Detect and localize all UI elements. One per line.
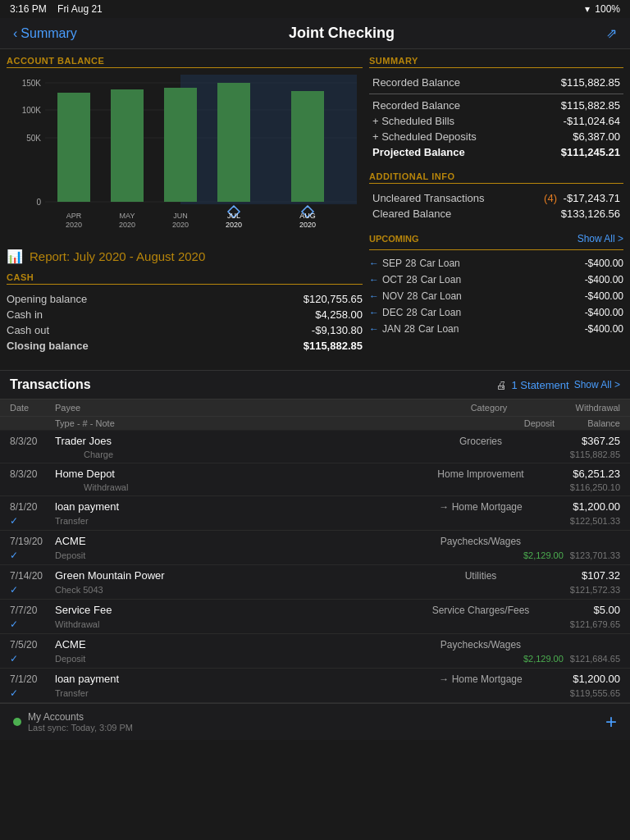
table-row[interactable]: 7/1/20 loan payment → Home Mortgage $1,2… bbox=[0, 669, 630, 703]
upcoming-day-4: 28 bbox=[404, 323, 415, 335]
cash-row-in: Cash in $4,258.00 bbox=[7, 307, 363, 322]
report-label: Report: July 2020 - August 2020 bbox=[30, 249, 205, 263]
chart-icon: 📊 bbox=[7, 249, 23, 264]
txn-deposit-val-6: $2,129.00 bbox=[523, 654, 564, 664]
summary-label-6: Projected Balance bbox=[372, 146, 465, 158]
upcoming-payee-3: Car Loan bbox=[421, 307, 461, 318]
txn-withdrawal-2: $1,200.00 bbox=[546, 500, 620, 513]
svg-text:2020: 2020 bbox=[226, 221, 242, 229]
uncleared-label: Uncleared Transactions bbox=[372, 192, 485, 204]
chart-section: ACCOUNT BALANCE 150K 100K 50K 0 bbox=[7, 56, 363, 239]
svg-text:AUG: AUG bbox=[299, 212, 316, 220]
upcoming-day-0: 28 bbox=[405, 258, 416, 269]
upcoming-amount-0: -$400.00 bbox=[585, 258, 623, 269]
txn-category-1: Home Improvement bbox=[415, 468, 546, 480]
upcoming-section: UPCOMING Show All > ← SEP 28 Car Loan -$… bbox=[369, 233, 623, 337]
sync-info: My Accounts Last sync: Today, 3:09 PM bbox=[13, 711, 133, 733]
svg-text:2020: 2020 bbox=[172, 221, 189, 229]
col-deposit: Deposit bbox=[489, 418, 555, 428]
upcoming-month-1: OCT bbox=[382, 274, 403, 285]
back-button[interactable]: ‹ Summary bbox=[13, 26, 77, 41]
upcoming-month-2: NOV bbox=[382, 290, 404, 302]
cash-row-opening: Opening balance $120,755.65 bbox=[7, 291, 363, 307]
txn-category-0: Groceries bbox=[415, 436, 546, 447]
upcoming-arrow-1: ← bbox=[369, 274, 379, 285]
txn-balance-2: $122,501.33 bbox=[570, 516, 620, 526]
statement-label[interactable]: 1 Statement bbox=[512, 379, 569, 391]
col-balance: Balance bbox=[555, 418, 620, 428]
table-row[interactable]: 7/19/20 ACME Paychecks/Wages ✓ Deposit $… bbox=[0, 531, 630, 565]
back-label: Summary bbox=[21, 26, 76, 41]
txn-deposit-val-3: $2,129.00 bbox=[523, 550, 564, 560]
uncleared-row: Uncleared Transactions (4) -$17,243.71 bbox=[369, 190, 623, 206]
svg-rect-13 bbox=[291, 91, 324, 202]
back-arrow-icon: ‹ bbox=[13, 26, 17, 41]
status-date: Fri Aug 21 bbox=[57, 3, 103, 15]
cleared-row: Cleared Balance $133,126.56 bbox=[369, 206, 623, 221]
status-time-date: 3:16 PM Fri Aug 21 bbox=[10, 3, 103, 15]
transactions-show-all[interactable]: Show All > bbox=[574, 379, 620, 390]
svg-rect-8 bbox=[180, 75, 357, 204]
cash-header: CASH bbox=[7, 272, 363, 285]
table-row[interactable]: 7/7/20 Service Fee Service Charges/Fees … bbox=[0, 600, 630, 634]
bar-chart: 150K 100K 50K 0 bbox=[7, 75, 363, 239]
summary-label-4: + Scheduled Bills bbox=[372, 115, 454, 127]
wifi-icon: ▾ bbox=[585, 3, 590, 15]
summary-section: SUMMARY Recorded Balance $115,882.85 Rec… bbox=[369, 56, 623, 160]
txn-type-7: Transfer bbox=[26, 688, 570, 698]
upcoming-amount-3: -$400.00 bbox=[585, 307, 623, 318]
upcoming-day-1: 28 bbox=[406, 274, 417, 285]
summary-row-5: + Scheduled Deposits $6,387.00 bbox=[369, 129, 623, 144]
table-row[interactable]: 8/3/20 Home Depot Home Improvement $6,25… bbox=[0, 463, 630, 496]
txn-date-3: 7/19/20 bbox=[10, 536, 55, 547]
txn-type-5: Withdrawal bbox=[26, 619, 570, 629]
table-row[interactable]: 7/5/20 ACME Paychecks/Wages ✓ Deposit $2… bbox=[0, 634, 630, 669]
txn-type-6: Deposit bbox=[26, 654, 523, 664]
edit-button[interactable]: ⇗ bbox=[606, 25, 617, 41]
svg-rect-11 bbox=[164, 88, 197, 202]
table-header-row: Date Payee Category Withdrawal bbox=[0, 399, 630, 417]
cash-in-value: $4,258.00 bbox=[315, 308, 363, 321]
summary-label-1: Recorded Balance bbox=[372, 76, 460, 89]
col-payee: Payee bbox=[55, 403, 423, 413]
nav-bar: ‹ Summary Joint Checking ⇗ bbox=[0, 18, 630, 49]
upcoming-payee-1: Car Loan bbox=[421, 274, 461, 285]
add-button[interactable]: + bbox=[605, 710, 617, 733]
col-date: Date bbox=[10, 403, 55, 413]
svg-text:2020: 2020 bbox=[66, 221, 82, 229]
upcoming-item-4: ← JAN 28 Car Loan -$400.00 bbox=[369, 321, 623, 337]
upcoming-show-all[interactable]: Show All > bbox=[578, 233, 623, 244]
txn-category-5: Service Charges/Fees bbox=[415, 605, 546, 616]
svg-rect-9 bbox=[57, 93, 90, 202]
txn-date-1: 8/3/20 bbox=[10, 468, 55, 480]
cash-opening-label: Opening balance bbox=[7, 293, 87, 305]
txn-category-4: Utilities bbox=[415, 570, 546, 582]
upcoming-item-0: ← SEP 28 Car Loan -$400.00 bbox=[369, 255, 623, 272]
txn-payee-6: ACME bbox=[55, 638, 415, 651]
svg-text:MAY: MAY bbox=[120, 212, 135, 220]
summary-row-3: Recorded Balance $115,882.85 bbox=[369, 98, 623, 113]
upcoming-label: UPCOMING bbox=[369, 234, 419, 244]
col-type: Type - # - Note bbox=[55, 418, 358, 428]
statement-icon: 🖨 bbox=[496, 379, 507, 391]
table-row[interactable]: 8/3/20 Trader Joes Groceries $367.25 Cha… bbox=[0, 431, 630, 463]
transactions-section: Transactions 🖨 1 Statement Show All > Da… bbox=[0, 370, 630, 703]
battery-label: 100% bbox=[595, 3, 620, 15]
upcoming-payee-0: Car Loan bbox=[419, 258, 459, 269]
txn-payee-3: ACME bbox=[55, 535, 415, 547]
statement-info: 🖨 1 Statement Show All > bbox=[496, 379, 620, 391]
txn-type-4: Check 5043 bbox=[26, 585, 570, 595]
checkmark-6: ✓ bbox=[10, 653, 26, 664]
txn-date-5: 7/7/20 bbox=[10, 605, 55, 616]
col-withdrawal-header: Withdrawal bbox=[555, 403, 620, 413]
report-header: 📊 Report: July 2020 - August 2020 bbox=[7, 249, 363, 264]
txn-category-6: Paychecks/Wages bbox=[415, 639, 546, 651]
additional-header: ADDITIONAL INFO bbox=[369, 171, 623, 184]
table-row[interactable]: 8/1/20 loan payment → Home Mortgage $1,2… bbox=[0, 496, 630, 531]
cash-in-label: Cash in bbox=[7, 308, 43, 321]
txn-payee-1: Home Depot bbox=[55, 468, 415, 480]
summary-label-3: Recorded Balance bbox=[372, 99, 460, 112]
summary-divider bbox=[369, 94, 623, 94]
summary-val-5: $6,387.00 bbox=[573, 130, 620, 143]
table-row[interactable]: 7/14/20 Green Mountain Power Utilities $… bbox=[0, 565, 630, 600]
